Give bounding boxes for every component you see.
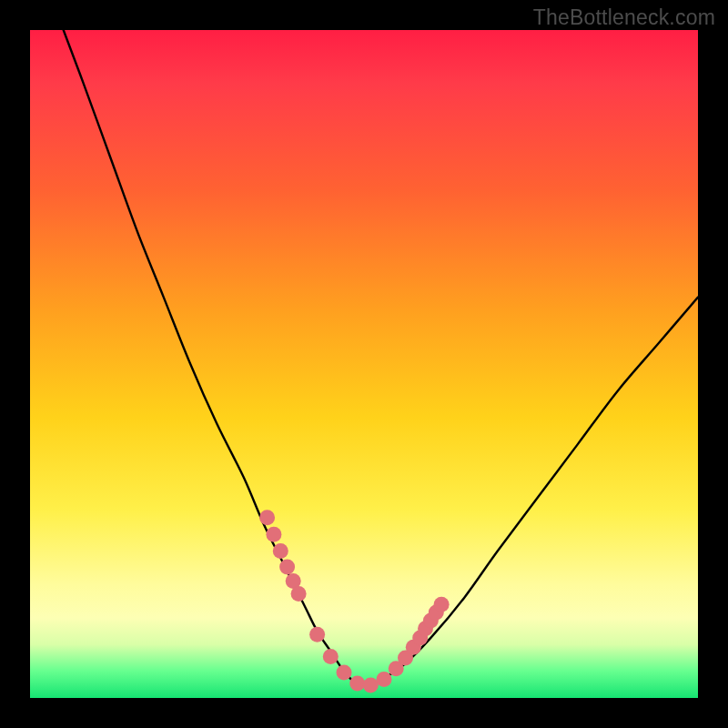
highlight-dot: [323, 649, 339, 664]
highlight-dots: [259, 510, 450, 693]
frame: TheBottleneck.com: [0, 0, 728, 728]
highlight-dot: [337, 665, 352, 681]
highlight-dot: [349, 675, 365, 691]
chart-svg: [30, 30, 698, 698]
highlight-dot: [273, 543, 288, 559]
highlight-dot: [377, 672, 392, 687]
bottleneck-curve: [64, 30, 698, 686]
highlight-dot: [363, 678, 379, 693]
highlight-dot: [279, 560, 295, 575]
plot-area: [30, 30, 698, 698]
highlight-dot: [266, 527, 281, 542]
highlight-dot: [309, 627, 325, 642]
watermark-text: TheBottleneck.com: [533, 5, 715, 30]
highlight-dot: [291, 586, 307, 602]
highlight-dot: [259, 510, 275, 525]
highlight-dot: [434, 597, 450, 612]
